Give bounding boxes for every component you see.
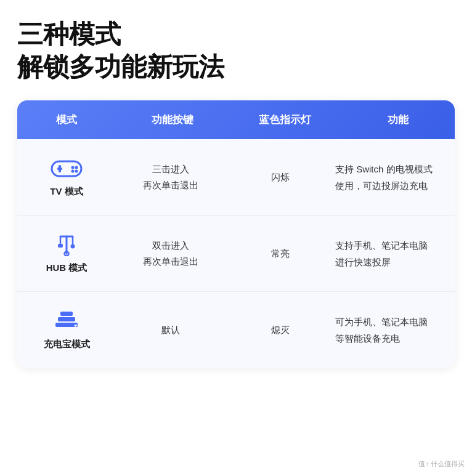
gamepad-icon — [49, 156, 84, 181]
table-body: TV 模式 三击进入再次单击退出 闪烁 支持 Switch 的电视模式使用，可边… — [17, 139, 455, 368]
cell-func-hub: 支持手机、笔记本电脑进行快速投屏 — [335, 237, 455, 270]
table-card: 模式 功能按键 蓝色指示灯 功能 — [17, 100, 455, 368]
svg-rect-15 — [58, 317, 75, 321]
header-light: 蓝色指示灯 — [229, 113, 341, 127]
svg-point-4 — [75, 166, 78, 169]
usb-icon — [49, 233, 84, 257]
table-header: 模式 功能按键 蓝色指示灯 功能 — [17, 100, 455, 139]
cell-func-powerbank: 可为手机、笔记本电脑等智能设备充电 — [335, 313, 455, 347]
header-func: 功能 — [342, 113, 455, 127]
battery-icon — [49, 309, 84, 334]
cell-func-tv: 支持 Switch 的电视模式使用，可边投屏边充电 — [335, 161, 455, 194]
cell-mode-tv: TV 模式 — [17, 156, 116, 198]
cell-light-powerbank: 熄灭 — [226, 322, 335, 338]
cell-key-hub: 双击进入再次单击退出 — [116, 238, 226, 269]
page-title: 三种模式 解锁多功能新玩法 — [17, 18, 455, 83]
svg-point-6 — [75, 170, 78, 173]
svg-point-5 — [71, 170, 75, 173]
svg-point-3 — [71, 166, 75, 169]
table-row: HUB 模式 双击进入再次单击退出 常亮 支持手机、笔记本电脑进行快速投屏 — [17, 216, 455, 292]
cell-light-hub: 常亮 — [226, 246, 335, 262]
watermark: 值↑ 什么值得买 — [418, 459, 465, 469]
cell-mode-hub: HUB 模式 — [17, 233, 116, 274]
cell-key-powerbank: 默认 — [116, 322, 226, 338]
svg-rect-2 — [59, 165, 61, 172]
cell-mode-powerbank: 充电宝模式 — [17, 309, 116, 350]
table-row: TV 模式 三击进入再次单击退出 闪烁 支持 Switch 的电视模式使用，可边… — [17, 139, 455, 216]
header-mode: 模式 — [17, 113, 116, 127]
page-container: 三种模式 解锁多功能新玩法 模式 功能按键 蓝色指示灯 功能 — [0, 0, 472, 386]
svg-rect-10 — [58, 244, 63, 248]
mode-label-powerbank: 充电宝模式 — [44, 339, 90, 350]
header-key: 功能按键 — [116, 113, 229, 127]
cell-key-tv: 三击进入再次单击退出 — [116, 161, 226, 193]
svg-rect-16 — [60, 312, 73, 316]
cell-light-tv: 闪烁 — [226, 169, 335, 185]
mode-label-hub: HUB 模式 — [46, 262, 87, 274]
svg-point-12 — [71, 244, 75, 249]
table-row: 充电宝模式 默认 熄灭 可为手机、笔记本电脑等智能设备充电 — [17, 292, 455, 368]
mode-label-tv: TV 模式 — [50, 186, 83, 198]
